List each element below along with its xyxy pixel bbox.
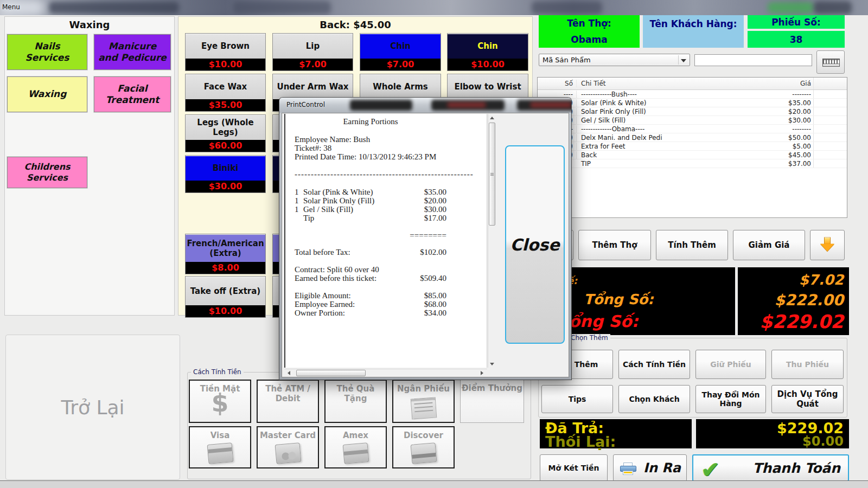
vertical-scrollbar[interactable] [488,114,496,368]
payment-method-button[interactable]: Cách Tính Tiền [618,350,690,379]
product-search-input[interactable] [694,54,812,66]
receipt-equals-separator: ======== [295,231,446,240]
scrollbar-thumb[interactable] [489,123,495,226]
customer-box[interactable]: Tên Khách Hàng: [643,15,744,48]
table-row[interactable]: (1)Solar (Pink & White)$35.00 [538,99,847,107]
ticket-items-table[interactable]: Số Chi Tiết Giá -----------------Bush---… [537,77,847,218]
totals-values-panel: $7.02 $222.00 $229.02 [738,267,849,335]
table-row[interactable]: (1)Back$45.00 [538,151,847,159]
keyboard-button[interactable] [816,50,845,74]
service-button-face-wax[interactable]: Face Wax $35.00 [185,74,266,112]
payment-method-label: Tiền Mặt [190,384,250,394]
category-waxing[interactable]: Waxing [7,76,87,112]
payment-reward-points-button[interactable]: Điểm Thưởng [460,380,524,423]
service-button-french-american-extra[interactable]: French/American (Extra) $8.00 [185,234,266,274]
select-customer-button[interactable]: Chọn Khách [618,385,690,413]
keyboard-icon [822,59,840,67]
dialog-title: PrintControl [286,101,325,108]
amex-card-icon [342,442,369,464]
service-button-chin[interactable]: Chin $7.00 [360,33,441,71]
mastercard-icon [275,442,301,464]
check-icon: ✔ [701,457,720,483]
service-button-legs-whole-legs[interactable]: Legs (Whole Legs) $60.00 [185,114,266,152]
charge-extra-button[interactable]: Tính Thêm [656,230,728,260]
service-button-biniki[interactable]: Biniki $30.00 [185,155,266,193]
payment-method-label: Discover [393,431,454,440]
horizontal-scrollbar[interactable] [284,369,487,377]
table-row[interactable]: (1)Delx Mani. and Delx Pedi$50.00 [538,133,847,142]
scrollbar-thumb[interactable] [296,370,366,376]
scroll-down-button[interactable] [489,360,495,368]
print-button[interactable]: In Ra [613,454,687,481]
table-row[interactable]: -----------------Bush------------ [538,90,847,99]
titlebar-blur-decoration [233,1,331,14]
open-cash-drawer-button[interactable]: Mở Két Tiền [540,454,608,481]
payment-atm-debit-button[interactable]: Thẻ ATM / Debit [257,380,319,423]
service-button-eye-brown[interactable]: Eye Brown $10.00 [185,33,266,71]
titlebar-blur-decoration [532,1,602,14]
menu-button[interactable]: Menu [2,3,20,11]
total-value: $229.02 [760,311,844,332]
service-button-lip[interactable]: Lip $7.00 [272,33,353,71]
category-nails-services[interactable]: Nails Services [7,34,87,70]
table-row[interactable]: (1)Extra for Feet$5.00 [538,142,847,151]
payment-visa-button[interactable]: Visa [189,426,251,468]
print-control-dialog[interactable]: PrintControl Earning Portions Employee N… [279,98,571,380]
back-button[interactable]: Trở Lại [5,335,180,480]
receipt-earned-line: Earned before this ticket:$509.40 [295,274,446,283]
visa-card-icon [207,442,233,464]
general-services-button[interactable]: Dịch Vụ Tổng Quát [771,385,844,413]
service-price: $7.00 [273,59,353,70]
customer-label: Tên Khách Hàng: [649,18,737,29]
receipt-item: 1Solar (Pink & White)$35.00 [295,188,446,197]
payment-cash-button[interactable]: $ Tiền Mặt [189,380,251,423]
service-button-chin-selected[interactable]: Chin $10.00 [447,33,528,71]
product-code-dropdown[interactable]: Mã Sản Phẩm [539,54,690,66]
change-label: Thối Lại: [545,433,616,450]
scroll-up-button[interactable] [489,114,495,121]
change-item-button[interactable]: Thay Đổi Món Hàng [695,385,766,413]
tips-button[interactable]: Tips [541,385,613,413]
table-row[interactable]: (1)Solar Pink Only (Fill)$20.00 [538,107,847,116]
close-button[interactable]: Close [505,145,565,344]
subtotal-value: $222.00 [774,291,844,309]
scroll-right-button[interactable] [478,369,485,377]
service-button-take-off-extra[interactable]: Take off (Extra) $10.00 [185,276,266,318]
pay-button[interactable]: ✔ Thanh Toán [692,454,849,481]
add-technician-button[interactable]: Thêm Thợ [578,230,651,260]
receipt-printed-line: Printed Date Time: 10/13/2012 9:46:23 PM [295,152,446,162]
service-price: $8.00 [186,262,265,274]
technician-box[interactable]: Tên Thợ: Obama [539,15,640,48]
technician-label: Tên Thợ: [567,18,611,29]
discount-button[interactable]: Giảm Giá [733,230,805,260]
payment-gift-card-button[interactable]: Thẻ Quà Tặng [324,380,387,423]
service-label: Eye Brown [186,34,265,59]
cheque-icon [410,397,437,419]
payment-discover-button[interactable]: Discover [392,426,455,468]
service-label: Take off (Extra) [186,277,265,305]
ticket-number-value: 38 [790,34,803,45]
table-row[interactable]: (1)Gel / Silk (Fill)$30.00 [538,116,847,125]
category-childrens-services[interactable]: Childrens Services [7,157,87,188]
arrow-down-icon [820,237,834,252]
service-price: $10.00 [186,305,265,317]
service-label: Legs (Whole Legs) [186,115,265,140]
category-manicure-pedicure[interactable]: Manicure and Pedicure [94,34,171,70]
category-panel-title: Waxing [5,19,174,30]
dialog-titlebar[interactable]: PrintControl [279,98,571,113]
payment-method-label: Amex [326,431,386,440]
pos-application: Menu Waxing Nails Services Manicure and … [0,0,868,488]
category-facial-treatment[interactable]: Facial Treatment [94,76,171,112]
service-label: Chin [448,34,528,59]
service-label: Chin [360,34,441,59]
receipt-employee-line: Employee Name: Bush [295,135,446,144]
subtotal-label: Tổng Số: [584,291,654,307]
payment-mastercard-button[interactable]: Master Card [257,426,319,468]
table-row[interactable]: TIP$37.00 [538,159,847,168]
move-item-down-button[interactable] [810,230,845,260]
payment-check-button[interactable]: Ngân Phiếu [392,380,455,423]
table-row[interactable]: -----------------Obama------------ [538,125,847,133]
ticket-number-box: 38 [748,31,845,48]
scroll-left-button[interactable] [285,369,292,377]
payment-amex-button[interactable]: Amex [324,426,387,468]
